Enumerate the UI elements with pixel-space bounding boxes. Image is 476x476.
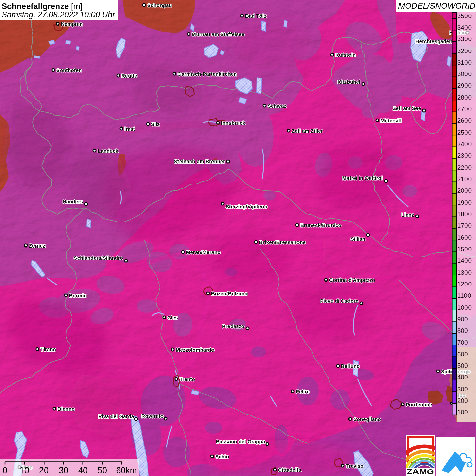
svg-text:Garmisch-Partenkirchen: Garmisch-Partenkirchen: [177, 71, 237, 77]
svg-text:MODEL/SNOWGRiD: MODEL/SNOWGRiD: [398, 1, 475, 11]
svg-text:Nauders: Nauders: [63, 199, 83, 204]
svg-text:Cortina d'Ampezzo: Cortina d'Ampezzo: [329, 277, 375, 283]
svg-text:Bormio: Bormio: [69, 293, 87, 299]
svg-text:Schwaz: Schwaz: [268, 103, 286, 109]
svg-text:3000: 3000: [457, 70, 472, 78]
svg-text:3100: 3100: [457, 59, 472, 66]
svg-text:400: 400: [457, 374, 468, 381]
svg-text:700: 700: [457, 339, 468, 346]
svg-text:2000: 2000: [457, 187, 472, 194]
svg-text:Feltre: Feltre: [296, 389, 310, 394]
svg-text:2200: 2200: [457, 164, 472, 171]
svg-text:3200: 3200: [457, 47, 472, 54]
svg-text:Bad Tölz: Bad Tölz: [245, 13, 267, 19]
svg-text:Mezzolombardo: Mezzolombardo: [176, 347, 214, 353]
svg-text:Schlanders/Silandro: Schlanders/Silandro: [74, 255, 123, 261]
svg-text:1000: 1000: [457, 304, 472, 311]
svg-text:Zell am Ziller: Zell am Ziller: [292, 128, 323, 134]
svg-text:Schio: Schio: [215, 454, 229, 459]
svg-text:Murnau am Staffelsee: Murnau am Staffelsee: [192, 31, 244, 37]
svg-text:3300: 3300: [457, 35, 472, 42]
svg-text:2900: 2900: [457, 82, 472, 89]
svg-text:600: 600: [457, 351, 468, 358]
svg-text:Rovereto: Rovereto: [141, 413, 164, 419]
svg-text:Samstag, 27.08.2022 10:00 Uhr: Samstag, 27.08.2022 10:00 Uhr: [2, 10, 115, 19]
svg-text:Steinach am Brenner: Steinach am Brenner: [174, 158, 225, 164]
svg-text:900: 900: [457, 316, 468, 323]
svg-text:Predazzo: Predazzo: [222, 323, 244, 329]
svg-text:Brixen/Bressanone: Brixen/Bressanone: [259, 239, 306, 245]
svg-text:Bruneck/Brunico: Bruneck/Brunico: [300, 222, 341, 228]
svg-text:Bassano del Grappa: Bassano del Grappa: [216, 439, 266, 444]
svg-text:1600: 1600: [457, 234, 472, 241]
svg-text:Bozen/Bolzano: Bozen/Bolzano: [211, 291, 248, 296]
svg-text:3400: 3400: [457, 24, 472, 31]
svg-text:Cittadella: Cittadella: [278, 467, 301, 473]
svg-text:Reutte: Reutte: [121, 73, 137, 79]
svg-text:1100: 1100: [457, 292, 471, 299]
svg-text:Meran/Merano: Meran/Merano: [186, 249, 221, 255]
svg-text:Tirano: Tirano: [40, 346, 56, 352]
svg-text:Zell am See: Zell am See: [393, 105, 421, 111]
svg-text:1900: 1900: [457, 199, 472, 206]
svg-text:Schongau: Schongau: [147, 2, 172, 8]
svg-text:1400: 1400: [457, 257, 472, 264]
svg-text:Silz: Silz: [151, 121, 160, 127]
svg-text:800: 800: [457, 327, 468, 334]
svg-text:50: 50: [98, 465, 107, 475]
svg-text:2600: 2600: [457, 117, 472, 124]
svg-text:Treviso: Treviso: [346, 463, 364, 469]
svg-text:Landeck: Landeck: [98, 148, 119, 154]
svg-text:100: 100: [457, 409, 468, 416]
svg-text:Kufstein: Kufstein: [335, 52, 356, 58]
svg-text:Cles: Cles: [167, 314, 178, 320]
svg-text:300: 300: [457, 386, 468, 393]
svg-text:Bienno: Bienno: [57, 406, 75, 412]
svg-text:Pieve di Cadore: Pieve di Cadore: [320, 298, 358, 304]
svg-text:500: 500: [457, 362, 468, 369]
svg-text:2400: 2400: [457, 140, 472, 148]
svg-text:Pordenone: Pordenone: [406, 402, 432, 407]
svg-text:Kitzbühel: Kitzbühel: [338, 79, 361, 85]
svg-text:1500: 1500: [457, 245, 472, 253]
svg-text:2700: 2700: [457, 105, 472, 113]
svg-text:Schneefallgrenze [m]: Schneefallgrenze [m]: [2, 2, 82, 11]
svg-text:1300: 1300: [457, 269, 472, 276]
svg-text:Lienz: Lienz: [401, 212, 414, 218]
svg-text:200: 200: [457, 397, 468, 404]
svg-text:2100: 2100: [457, 175, 472, 183]
svg-text:20: 20: [39, 465, 49, 475]
svg-text:2500: 2500: [457, 129, 472, 136]
svg-text:Riva del Garda: Riva del Garda: [98, 413, 134, 419]
svg-text:60km: 60km: [116, 465, 137, 475]
svg-text:Mittersill: Mittersill: [380, 118, 402, 123]
svg-text:Trento: Trento: [180, 376, 195, 382]
svg-text:0: 0: [3, 465, 7, 475]
svg-text:Conegliano: Conegliano: [353, 416, 381, 422]
svg-text:Sillian: Sillian: [351, 236, 366, 242]
svg-text:3500: 3500: [457, 12, 472, 19]
svg-text:Belluno: Belluno: [341, 363, 360, 369]
svg-text:Kempten: Kempten: [61, 21, 83, 27]
svg-text:Matrei in Osttirol: Matrei in Osttirol: [342, 175, 383, 181]
svg-text:Zernez: Zernez: [29, 243, 45, 249]
svg-text:2800: 2800: [457, 94, 472, 101]
svg-text:30: 30: [59, 465, 68, 475]
svg-text:Imst: Imst: [124, 126, 135, 132]
svg-text:Sonthofen: Sonthofen: [56, 67, 82, 73]
svg-text:10: 10: [20, 465, 29, 475]
svg-text:40: 40: [78, 465, 88, 475]
svg-text:ZAMG: ZAMG: [407, 468, 434, 475]
svg-text:Innsbruck: Innsbruck: [221, 120, 245, 126]
svg-text:1700: 1700: [457, 222, 472, 229]
svg-text:1200: 1200: [457, 280, 472, 288]
svg-text:Berchtesgaden: Berchtesgaden: [415, 38, 452, 44]
svg-text:2300: 2300: [457, 152, 472, 159]
svg-text:Sterzing/Vipiteno: Sterzing/Vipiteno: [226, 204, 267, 209]
svg-text:1800: 1800: [457, 210, 472, 218]
